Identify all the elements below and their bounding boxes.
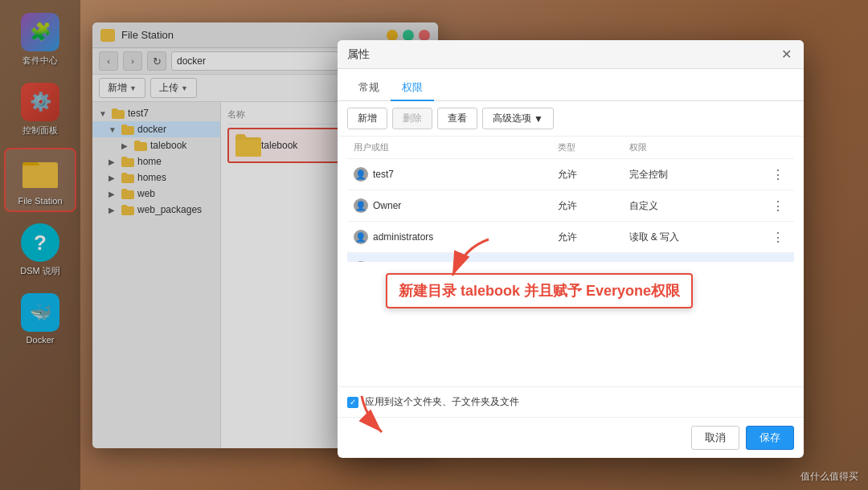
table-header-row: 用户或组 类型 权限 xyxy=(347,137,794,159)
properties-dialog: 属性 ✕ 常规 权限 新增 删除 查看 高级选项 ▼ xyxy=(338,40,804,458)
dialog-action-toolbar: 新增 删除 查看 高级选项 ▼ xyxy=(338,101,804,137)
type-cell: 允许 xyxy=(551,159,622,190)
desktop: 🧩 套件中心 ⚙️ 控制面板 File Station xyxy=(0,0,868,490)
annotation-box: 新建目录 talebook 并且赋予 Everyone权限 xyxy=(386,273,693,308)
table-row-everyone[interactable]: 👤 Everyone 允许 读取 ⋮ xyxy=(347,253,794,262)
permission-cell: 完全控制 xyxy=(623,159,762,190)
user-cell: 👤 Owner xyxy=(347,190,551,222)
watermark: 值什么值得买 xyxy=(800,470,858,484)
cancel-button[interactable]: 取消 xyxy=(691,426,739,450)
dialog-title: 属性 xyxy=(347,47,778,62)
annotation-arrow-2 xyxy=(350,392,398,443)
type-cell: 允许 xyxy=(551,253,622,262)
delete-permission-button[interactable]: 删除 xyxy=(392,108,432,129)
annotation-arrow-1 xyxy=(440,231,505,290)
perm-table: 用户或组 类型 权限 👤 test7 允许 xyxy=(347,137,794,262)
col-type-header: 类型 xyxy=(551,137,622,159)
dialog-actions: 取消 保存 xyxy=(338,417,804,458)
type-cell: 允许 xyxy=(551,190,622,222)
user-avatar: 👤 xyxy=(354,167,368,182)
add-permission-button[interactable]: 新增 xyxy=(347,108,387,129)
user-avatar: 👤 xyxy=(354,230,368,244)
advanced-options-button[interactable]: 高级选项 ▼ xyxy=(482,108,554,129)
col-user-header: 用户或组 xyxy=(347,137,551,159)
advanced-dropdown-arrow: ▼ xyxy=(534,113,543,125)
dialog-close-button[interactable]: ✕ xyxy=(778,47,794,63)
col-permission-header: 权限 xyxy=(623,137,762,159)
permission-cell: 读取 & 写入 xyxy=(623,222,762,253)
dialog-footer: ✓ 应用到这个文件夹、子文件夹及文件 xyxy=(338,386,804,417)
permission-cell: 自定义 xyxy=(623,190,762,222)
dialog-tabs: 常规 权限 xyxy=(338,69,804,101)
permission-cell: 读取 xyxy=(623,253,762,262)
type-cell: 允许 xyxy=(551,222,622,253)
dialog-titlebar: 属性 ✕ xyxy=(338,40,804,69)
more-button[interactable]: ⋮ xyxy=(768,196,788,215)
more-button[interactable]: ⋮ xyxy=(768,227,788,247)
table-row[interactable]: 👤 administrators 允许 读取 & 写入 ⋮ xyxy=(347,222,794,253)
user-cell: 👤 test7 xyxy=(347,159,551,190)
table-row[interactable]: 👤 Owner 允许 自定义 ⋮ xyxy=(347,190,794,222)
tab-general[interactable]: 常规 xyxy=(347,76,391,101)
apply-checkbox[interactable]: ✓ 应用到这个文件夹、子文件夹及文件 xyxy=(347,395,794,409)
more-button[interactable]: ⋮ xyxy=(768,165,788,184)
user-avatar: 👤 xyxy=(354,198,368,213)
table-row[interactable]: 👤 test7 允许 完全控制 ⋮ xyxy=(347,159,794,190)
view-button[interactable]: 查看 xyxy=(437,108,477,129)
save-button[interactable]: 保存 xyxy=(746,426,794,450)
permissions-table: 用户或组 类型 权限 👤 test7 允许 xyxy=(338,137,804,262)
tab-permissions[interactable]: 权限 xyxy=(391,76,434,101)
